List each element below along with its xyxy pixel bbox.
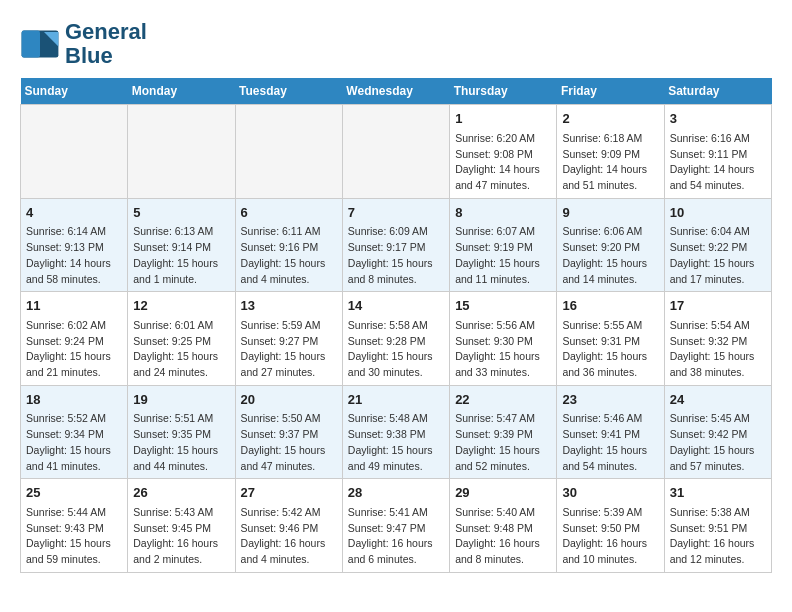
day-number: 29 — [455, 483, 551, 503]
day-header-sunday: Sunday — [21, 78, 128, 105]
day-info: Sunrise: 5:59 AMSunset: 9:27 PMDaylight:… — [241, 318, 337, 381]
day-header-monday: Monday — [128, 78, 235, 105]
day-info: Sunrise: 6:07 AMSunset: 9:19 PMDaylight:… — [455, 224, 551, 287]
day-number: 17 — [670, 296, 766, 316]
day-header-tuesday: Tuesday — [235, 78, 342, 105]
calendar-cell: 7Sunrise: 6:09 AMSunset: 9:17 PMDaylight… — [342, 198, 449, 292]
calendar-cell: 28Sunrise: 5:41 AMSunset: 9:47 PMDayligh… — [342, 479, 449, 573]
calendar-cell: 23Sunrise: 5:46 AMSunset: 9:41 PMDayligh… — [557, 385, 664, 479]
calendar-cell: 2Sunrise: 6:18 AMSunset: 9:09 PMDaylight… — [557, 105, 664, 199]
day-number: 16 — [562, 296, 658, 316]
calendar-cell: 31Sunrise: 5:38 AMSunset: 9:51 PMDayligh… — [664, 479, 771, 573]
day-info: Sunrise: 5:54 AMSunset: 9:32 PMDaylight:… — [670, 318, 766, 381]
day-info: Sunrise: 5:46 AMSunset: 9:41 PMDaylight:… — [562, 411, 658, 474]
calendar-cell: 24Sunrise: 5:45 AMSunset: 9:42 PMDayligh… — [664, 385, 771, 479]
calendar-cell — [21, 105, 128, 199]
day-info: Sunrise: 6:18 AMSunset: 9:09 PMDaylight:… — [562, 131, 658, 194]
day-number: 28 — [348, 483, 444, 503]
calendar-table: SundayMondayTuesdayWednesdayThursdayFrid… — [20, 78, 772, 573]
day-number: 30 — [562, 483, 658, 503]
logo-icon — [20, 24, 60, 64]
calendar-cell: 9Sunrise: 6:06 AMSunset: 9:20 PMDaylight… — [557, 198, 664, 292]
calendar-cell: 1Sunrise: 6:20 AMSunset: 9:08 PMDaylight… — [450, 105, 557, 199]
day-info: Sunrise: 5:43 AMSunset: 9:45 PMDaylight:… — [133, 505, 229, 568]
day-info: Sunrise: 6:02 AMSunset: 9:24 PMDaylight:… — [26, 318, 122, 381]
calendar-cell: 20Sunrise: 5:50 AMSunset: 9:37 PMDayligh… — [235, 385, 342, 479]
calendar-cell — [342, 105, 449, 199]
calendar-cell: 27Sunrise: 5:42 AMSunset: 9:46 PMDayligh… — [235, 479, 342, 573]
calendar-cell: 16Sunrise: 5:55 AMSunset: 9:31 PMDayligh… — [557, 292, 664, 386]
calendar-cell: 8Sunrise: 6:07 AMSunset: 9:19 PMDaylight… — [450, 198, 557, 292]
day-number: 22 — [455, 390, 551, 410]
day-info: Sunrise: 6:11 AMSunset: 9:16 PMDaylight:… — [241, 224, 337, 287]
day-number: 24 — [670, 390, 766, 410]
day-number: 11 — [26, 296, 122, 316]
calendar-cell: 15Sunrise: 5:56 AMSunset: 9:30 PMDayligh… — [450, 292, 557, 386]
calendar-cell — [128, 105, 235, 199]
calendar-cell: 3Sunrise: 6:16 AMSunset: 9:11 PMDaylight… — [664, 105, 771, 199]
day-info: Sunrise: 5:58 AMSunset: 9:28 PMDaylight:… — [348, 318, 444, 381]
day-number: 27 — [241, 483, 337, 503]
day-number: 7 — [348, 203, 444, 223]
calendar-cell: 13Sunrise: 5:59 AMSunset: 9:27 PMDayligh… — [235, 292, 342, 386]
day-number: 26 — [133, 483, 229, 503]
day-number: 3 — [670, 109, 766, 129]
day-number: 25 — [26, 483, 122, 503]
calendar-cell — [235, 105, 342, 199]
calendar-cell: 29Sunrise: 5:40 AMSunset: 9:48 PMDayligh… — [450, 479, 557, 573]
page-header: General Blue — [20, 20, 772, 68]
day-number: 21 — [348, 390, 444, 410]
calendar-cell: 11Sunrise: 6:02 AMSunset: 9:24 PMDayligh… — [21, 292, 128, 386]
calendar-cell: 14Sunrise: 5:58 AMSunset: 9:28 PMDayligh… — [342, 292, 449, 386]
day-info: Sunrise: 5:38 AMSunset: 9:51 PMDaylight:… — [670, 505, 766, 568]
day-number: 18 — [26, 390, 122, 410]
day-info: Sunrise: 5:51 AMSunset: 9:35 PMDaylight:… — [133, 411, 229, 474]
day-number: 8 — [455, 203, 551, 223]
calendar-cell: 21Sunrise: 5:48 AMSunset: 9:38 PMDayligh… — [342, 385, 449, 479]
calendar-cell: 18Sunrise: 5:52 AMSunset: 9:34 PMDayligh… — [21, 385, 128, 479]
calendar-cell: 30Sunrise: 5:39 AMSunset: 9:50 PMDayligh… — [557, 479, 664, 573]
day-info: Sunrise: 6:14 AMSunset: 9:13 PMDaylight:… — [26, 224, 122, 287]
day-header-wednesday: Wednesday — [342, 78, 449, 105]
day-number: 15 — [455, 296, 551, 316]
calendar-cell: 25Sunrise: 5:44 AMSunset: 9:43 PMDayligh… — [21, 479, 128, 573]
day-info: Sunrise: 6:01 AMSunset: 9:25 PMDaylight:… — [133, 318, 229, 381]
calendar-cell: 10Sunrise: 6:04 AMSunset: 9:22 PMDayligh… — [664, 198, 771, 292]
day-info: Sunrise: 6:06 AMSunset: 9:20 PMDaylight:… — [562, 224, 658, 287]
day-info: Sunrise: 5:40 AMSunset: 9:48 PMDaylight:… — [455, 505, 551, 568]
logo-text: General Blue — [65, 20, 147, 68]
day-info: Sunrise: 5:47 AMSunset: 9:39 PMDaylight:… — [455, 411, 551, 474]
day-number: 14 — [348, 296, 444, 316]
calendar-cell: 5Sunrise: 6:13 AMSunset: 9:14 PMDaylight… — [128, 198, 235, 292]
day-number: 23 — [562, 390, 658, 410]
calendar-cell: 17Sunrise: 5:54 AMSunset: 9:32 PMDayligh… — [664, 292, 771, 386]
day-number: 9 — [562, 203, 658, 223]
day-info: Sunrise: 5:55 AMSunset: 9:31 PMDaylight:… — [562, 318, 658, 381]
day-number: 2 — [562, 109, 658, 129]
calendar-cell: 12Sunrise: 6:01 AMSunset: 9:25 PMDayligh… — [128, 292, 235, 386]
day-info: Sunrise: 5:42 AMSunset: 9:46 PMDaylight:… — [241, 505, 337, 568]
day-info: Sunrise: 5:56 AMSunset: 9:30 PMDaylight:… — [455, 318, 551, 381]
day-info: Sunrise: 5:39 AMSunset: 9:50 PMDaylight:… — [562, 505, 658, 568]
day-number: 19 — [133, 390, 229, 410]
day-number: 20 — [241, 390, 337, 410]
day-info: Sunrise: 6:13 AMSunset: 9:14 PMDaylight:… — [133, 224, 229, 287]
calendar-cell: 22Sunrise: 5:47 AMSunset: 9:39 PMDayligh… — [450, 385, 557, 479]
day-number: 13 — [241, 296, 337, 316]
day-number: 5 — [133, 203, 229, 223]
day-number: 31 — [670, 483, 766, 503]
calendar-cell: 4Sunrise: 6:14 AMSunset: 9:13 PMDaylight… — [21, 198, 128, 292]
day-header-saturday: Saturday — [664, 78, 771, 105]
svg-rect-1 — [22, 31, 40, 58]
day-number: 10 — [670, 203, 766, 223]
day-info: Sunrise: 5:45 AMSunset: 9:42 PMDaylight:… — [670, 411, 766, 474]
calendar-cell: 6Sunrise: 6:11 AMSunset: 9:16 PMDaylight… — [235, 198, 342, 292]
day-number: 6 — [241, 203, 337, 223]
day-number: 1 — [455, 109, 551, 129]
day-info: Sunrise: 6:09 AMSunset: 9:17 PMDaylight:… — [348, 224, 444, 287]
day-info: Sunrise: 5:52 AMSunset: 9:34 PMDaylight:… — [26, 411, 122, 474]
day-info: Sunrise: 6:16 AMSunset: 9:11 PMDaylight:… — [670, 131, 766, 194]
day-header-thursday: Thursday — [450, 78, 557, 105]
calendar-cell: 26Sunrise: 5:43 AMSunset: 9:45 PMDayligh… — [128, 479, 235, 573]
logo: General Blue — [20, 20, 147, 68]
